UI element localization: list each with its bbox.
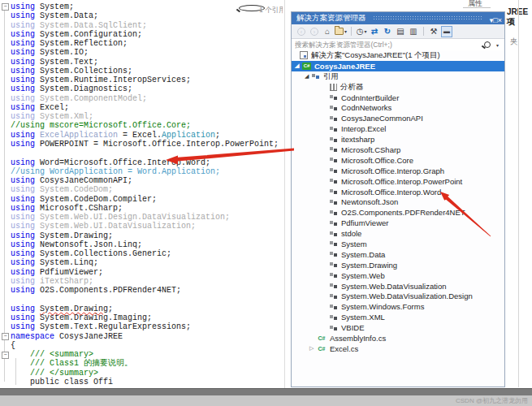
tree-item-vbide[interactable]: VBIDE (292, 322, 504, 333)
code-line[interactable]: using System.Linq; (11, 258, 279, 267)
panel-title: 解决方案资源管理器 (296, 13, 366, 24)
code-line[interactable]: using O2S.Components.PDFRender4NET; (11, 286, 279, 295)
properties-icon[interactable]: ⚒ (428, 26, 439, 37)
code-line[interactable]: using Newtonsoft.Json.Linq; (11, 240, 279, 249)
code-line[interactable]: using Word=Microsoft.Office.Interop.Word… (11, 158, 279, 167)
fold-marker[interactable]: − (2, 352, 9, 359)
code-line[interactable]: using System.Reflection; (11, 39, 279, 48)
code-line[interactable]: using PdfiumViewer; (11, 268, 279, 277)
code-line[interactable]: using CosysJaneCommonAPI; (11, 176, 279, 185)
tree-item--[interactable]: ◢引用 (292, 71, 504, 82)
code-line[interactable]: using System.Text.RegularExpressions; (11, 322, 279, 331)
fold-marker[interactable]: − (2, 3, 9, 11)
tree-item-assemblyinfo-cs[interactable]: C#AssemblyInfo.cs (292, 333, 504, 343)
tree-item-system-data[interactable]: System.Data (292, 249, 504, 260)
refresh-icon[interactable]: ↻ (382, 26, 393, 37)
code-line[interactable]: /// Class1 的摘要说明。 (11, 359, 279, 368)
tree-item-cosysjanejree[interactable]: ◢C#CosysJaneJREE (292, 61, 504, 71)
switch-views-icon[interactable]: ▾ (335, 26, 347, 37)
code-line[interactable] (11, 149, 279, 158)
code-line[interactable]: using System.Drawing; (11, 304, 279, 313)
code-line[interactable]: { (11, 341, 279, 350)
code-line[interactable] (11, 296, 279, 304)
code-line[interactable]: using Microsoft.CSharp; (11, 204, 279, 213)
collapsed-arrow-icon[interactable]: ▷ (309, 345, 317, 352)
back-icon[interactable]: ‹ (296, 26, 307, 37)
tree-item-system-web-datavisualization[interactable]: System.Web.DataVisualization (292, 281, 504, 292)
tree-item-system-windows-forms[interactable]: System.Windows.Forms (292, 301, 504, 312)
solution-explorer-titlebar[interactable]: 解决方案资源管理器 ▾□× (292, 12, 504, 24)
tree-item-system-xml[interactable]: System.XML (292, 312, 504, 322)
code-line[interactable]: using System.Text; (11, 58, 279, 67)
tree-item-system-drawing[interactable]: System.Drawing (292, 260, 504, 270)
tree-item-microsoft-csharp[interactable]: Microsoft.CSharp (292, 145, 504, 155)
show-all-files-icon[interactable]: ▤ (395, 26, 406, 37)
tree-item-codnnetworks[interactable]: CodnNetworks (292, 102, 504, 113)
code-line[interactable]: //using mscore=Microsoft.Office.Core; (11, 121, 279, 130)
tree-item-microsoft-office-core[interactable]: Microsoft.Office.Core (292, 155, 504, 166)
close-button[interactable]: × (498, 16, 502, 24)
tree-item-system-web[interactable]: System.Web (292, 270, 504, 281)
sync-with-active-document-icon[interactable]: ⇄ (369, 26, 380, 37)
code-line[interactable]: using System.Collections; (11, 67, 279, 76)
asm-icon (330, 157, 338, 163)
tree-item-excel-cs[interactable]: ▷C#Excel.cs (292, 343, 504, 354)
code-line[interactable]: using Excel; (11, 103, 279, 112)
tree-item-interop-excel[interactable]: Interop.Excel (292, 123, 504, 134)
code-editor[interactable]: −−− using System;using System.Data;using… (0, 0, 283, 388)
expanded-arrow-icon[interactable]: ◢ (305, 73, 312, 80)
tree-item-microsoft-office-interop-powerpoint[interactable]: Microsoft.Office.Interop.PowerPoint (292, 176, 504, 187)
code-line[interactable]: using System.Collections.Generic; (11, 249, 279, 258)
code-line[interactable]: /// <summary> (11, 350, 279, 359)
tree-item--cosysjanejree-1-[interactable]: 解决方案"CosysJaneJREE"(1 个项目) (292, 50, 504, 61)
forward-icon[interactable]: › (309, 26, 320, 37)
code-line[interactable]: using System.ComponentModel; (11, 94, 279, 103)
search-dropdown-icon[interactable]: ▾ (496, 42, 499, 48)
code-line[interactable]: //using WordApplication = Word.Applicati… (11, 167, 279, 176)
tree-item--[interactable]: 分析器 (292, 82, 504, 93)
asm-icon (330, 199, 338, 205)
code-line[interactable]: /// </summary> (11, 369, 279, 378)
code-line[interactable]: using System.Web.UI.DataVisualization; (11, 222, 279, 231)
preview-selected-items-icon[interactable]: ▬ (441, 26, 452, 37)
code-line[interactable]: 1 个引用 (239, 5, 265, 11)
tree-item-system[interactable]: System (292, 239, 504, 249)
tree-item-pdfiumviewer[interactable]: PdfiumViewer (292, 218, 504, 228)
search-icon[interactable] (484, 41, 491, 48)
collapse-all-icon[interactable]: ▥ (408, 26, 419, 37)
fold-marker[interactable]: − (2, 333, 9, 340)
code-line[interactable]: using System.Diagnostics; (11, 84, 279, 93)
code-lines[interactable]: using System;using System.Data;using Sys… (11, 2, 279, 387)
code-line[interactable]: using System.Drawing.Imaging; (11, 313, 279, 322)
pending-changes-filter-icon[interactable]: ◷▾ (356, 26, 367, 37)
home-icon[interactable]: ⌂ (322, 26, 333, 37)
tree-item-label: AssemblyInfo.cs (330, 334, 386, 343)
tree-item-itextsharp[interactable]: itextsharp (292, 134, 504, 145)
tree-item-codninterbuilder[interactable]: CodnInterBuilder (292, 93, 504, 103)
code-line[interactable]: using System.Runtime.InteropServices; (11, 76, 279, 84)
code-line[interactable]: using System.CodeDom.Compiler; (11, 195, 279, 204)
code-line[interactable]: using System.Data; (11, 11, 279, 20)
tree-item-newtonsoft-json[interactable]: Newtonsoft.Json (292, 197, 504, 207)
horizontal-scrollbar[interactable] (0, 388, 532, 395)
code-line[interactable]: using iTextSharp; (11, 277, 279, 286)
tree-item-microsoft-office-interop-word[interactable]: Microsoft.Office.Interop.Word (292, 187, 504, 197)
code-line[interactable]: using System.Xml; (11, 112, 279, 121)
code-line[interactable]: using POWERPOINT = Microsoft.Office.Inte… (11, 140, 279, 149)
tree-item-cosysjanecommonapi[interactable]: CosysJaneCommonAPI (292, 113, 504, 123)
tree-item-stdole[interactable]: stdole (292, 228, 504, 239)
search-input[interactable] (292, 39, 504, 50)
tree-item-o2s-components-pdfrender4net[interactable]: O2S.Components.PDFRender4NET (292, 207, 504, 218)
tree-item-microsoft-office-interop-graph[interactable]: Microsoft.Office.Interop.Graph (292, 166, 504, 176)
code-line[interactable]: using ExcelApplication = Excel.Applicati… (11, 131, 279, 140)
code-line[interactable]: using System.Data.SqlClient; (11, 21, 279, 30)
code-line[interactable]: using System.Drawing; (11, 231, 279, 240)
code-line[interactable]: using System.Configuration; (11, 30, 279, 39)
code-line[interactable]: using System.IO; (11, 48, 279, 57)
code-line[interactable]: namespace CosysJaneJREE (11, 332, 279, 341)
code-line[interactable]: public class Offi (11, 378, 279, 387)
code-line[interactable]: using System.CodeDom; (11, 185, 279, 194)
tree-item-system-web-datavisualization-design[interactable]: System.Web.DataVisualization.Design (292, 291, 504, 301)
expanded-arrow-icon[interactable]: ◢ (295, 63, 302, 69)
code-line[interactable]: using System.Web.UI.Design.DataVisualiza… (11, 213, 279, 222)
